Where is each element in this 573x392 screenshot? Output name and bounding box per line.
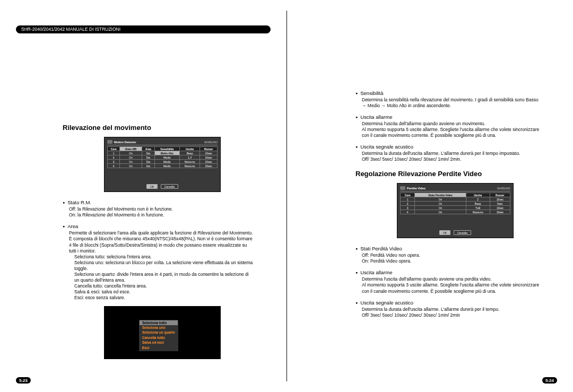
menu-item[interactable]: Esci bbox=[140, 345, 178, 350]
left-content: Rilevazione del movimento Motion Detecto… bbox=[0, 33, 286, 359]
bullet-description: Determina la durata dell'uscita allarme.… bbox=[355, 151, 540, 162]
table-cell: 1,4 bbox=[179, 155, 199, 160]
table-cell: Beep bbox=[466, 202, 490, 206]
table-cell: 10sec bbox=[200, 164, 218, 168]
table-cell: 10sec bbox=[490, 197, 510, 202]
table-cell: On bbox=[120, 155, 142, 160]
table-cell: 5sec bbox=[490, 202, 510, 206]
table-row: 4OnNessuno10sec bbox=[401, 210, 510, 214]
left-page: SHR-2040/2041/2042 MANUALE DI ISTRUZIONI… bbox=[0, 0, 286, 392]
table-cell: 1 bbox=[108, 151, 120, 155]
bullet-description: Determina l'uscita dell'allarme quando a… bbox=[355, 121, 540, 138]
samsung-logo: SAMSUNG bbox=[497, 187, 510, 190]
table-cell: 10sec bbox=[200, 151, 218, 155]
table-cell: 3 bbox=[108, 160, 120, 164]
table-header: Cam bbox=[108, 147, 120, 151]
menu-item[interactable]: Seleziona tutto bbox=[140, 320, 178, 325]
table-cell: Set bbox=[142, 160, 154, 164]
table-cell: Nessuno bbox=[179, 160, 199, 164]
table-header: Stato MD bbox=[120, 147, 142, 151]
bullet-description: Determina la durata dell'uscita allarme.… bbox=[355, 307, 540, 318]
table-cell: Beep bbox=[179, 151, 199, 155]
table-cell: On bbox=[120, 164, 142, 168]
list-item: AreaPermette di selezionare l'area alla … bbox=[63, 223, 254, 301]
table-cell: On bbox=[415, 202, 466, 206]
manual-page-spread: SHR-2040/2041/2042 MANUALE DI ISTRUZIONI… bbox=[0, 0, 573, 392]
area-selection-panel: Seleziona tuttoSeleziona unoSeleziona un… bbox=[104, 306, 221, 359]
bullet-description: Determina l'uscita dell'allarme quando a… bbox=[355, 276, 540, 294]
menu-item[interactable]: Salva ed esci bbox=[140, 341, 178, 345]
list-item: Stati Perdità VideoOff: Perdità Video no… bbox=[355, 246, 540, 264]
table-cell: Molto Alto bbox=[154, 151, 179, 155]
table-row: 2OnSetMedio1,410sec bbox=[108, 155, 218, 160]
table-cell: 2 bbox=[108, 155, 120, 160]
bullet-label: Uscita allarme bbox=[355, 114, 540, 120]
bullet-subline: Seleziona un quarto: divide l'intera are… bbox=[63, 272, 254, 283]
header-banner: SHR-2040/2041/2042 MANUALE DI ISTRUZIONI bbox=[16, 25, 271, 33]
table-header: Cam bbox=[401, 193, 415, 197]
bullet-description: Off: la Rilevazione del Movimento non è … bbox=[63, 206, 254, 218]
cancel-button[interactable]: Cancella bbox=[454, 230, 471, 235]
table-cell: Set bbox=[142, 151, 154, 155]
table-row: 1On210sec bbox=[401, 197, 510, 202]
page-number-left: 5-23 bbox=[16, 377, 31, 384]
menu-item[interactable]: Seleziona un quarto bbox=[140, 330, 178, 335]
bullet-description: Permette di selezionare l'area alla qual… bbox=[63, 230, 254, 254]
cancel-button[interactable]: Cancella bbox=[161, 184, 178, 189]
panel-title: Perdita Video bbox=[407, 187, 426, 190]
table-header: Uscita bbox=[466, 193, 490, 197]
list-item: Uscita segnale acusticoDetermina la dura… bbox=[355, 300, 540, 318]
sensitivity-bullet-list: SensibilitàDetermina la sensibilità nell… bbox=[355, 90, 540, 162]
table-cell: On bbox=[120, 160, 142, 164]
video-loss-panel: Perdita Video SAMSUNG CamStato Perdita V… bbox=[397, 183, 514, 238]
table-cell: 2 bbox=[466, 197, 490, 202]
motion-detector-table: CamStato MDAreaSensibilitàUscitaBuzzer1O… bbox=[107, 146, 218, 168]
table-cell: Tutti bbox=[466, 206, 490, 210]
table-row: 4OnSetMedioNessuno10sec bbox=[108, 164, 218, 168]
video-loss-table: CamStato Perdita VideoUscitaBuzzer1On210… bbox=[400, 193, 510, 214]
table-cell: 4 bbox=[108, 164, 120, 168]
table-header: Sensibilità bbox=[154, 147, 179, 151]
table-header: Stato Perdita Video bbox=[415, 193, 466, 197]
page-number-right: 5-24 bbox=[542, 377, 557, 384]
bullet-subline: Cancella tutto: cancella l'intera area. bbox=[63, 283, 254, 289]
table-header: Buzzer bbox=[200, 147, 218, 151]
table-cell: 1 bbox=[401, 197, 415, 202]
table-cell: 13sec bbox=[490, 206, 510, 210]
table-cell: On bbox=[120, 151, 142, 155]
video-loss-bullet-list: Stati Perdità VideoOff: Perdità Video no… bbox=[355, 246, 540, 318]
motion-detector-panel: Motion Detector SAMSUNG CamStato MDAreaS… bbox=[104, 137, 221, 192]
camera-icon bbox=[107, 140, 112, 144]
menu-item[interactable]: Seleziona uno bbox=[140, 325, 178, 330]
list-item: SensibilitàDetermina la sensibilità nell… bbox=[355, 90, 540, 109]
right-page: SensibilitàDetermina la sensibilità nell… bbox=[286, 0, 573, 392]
list-item: Uscita segnale acusticoDetermina la dura… bbox=[355, 144, 540, 162]
table-cell: 2 bbox=[401, 202, 415, 206]
table-cell: 3 bbox=[401, 206, 415, 210]
table-cell: Nessuno bbox=[466, 210, 490, 214]
samsung-logo: SAMSUNG bbox=[204, 141, 218, 144]
bullet-label: Area bbox=[63, 223, 254, 229]
table-cell: On bbox=[415, 197, 466, 202]
table-header: Uscita bbox=[179, 147, 199, 151]
table-cell: 10sec bbox=[490, 210, 510, 214]
bullet-description: Determina la sensibilità nella rilevazio… bbox=[355, 97, 540, 109]
table-cell: 4 bbox=[401, 210, 415, 214]
ok-button[interactable]: OK bbox=[439, 230, 450, 235]
table-cell: Nessuno bbox=[179, 164, 199, 168]
bullet-label: Stati Perdità Video bbox=[355, 246, 540, 251]
panel-title: Motion Detector bbox=[114, 141, 136, 144]
table-cell: Set bbox=[142, 155, 154, 160]
table-cell: Set bbox=[142, 164, 154, 168]
list-item: Uscita allarmeDetermina l'uscita dell'al… bbox=[355, 269, 540, 294]
motion-bullet-list: Stato R.M.Off: la Rilevazione del Movime… bbox=[63, 199, 254, 301]
bullet-description: Off: Perdità Video non opera.On: Perdità… bbox=[355, 252, 540, 264]
table-row: 3OnTutti13sec bbox=[401, 206, 510, 210]
ok-button[interactable]: OK bbox=[146, 184, 158, 189]
bullet-subline: Seleziona tutto: seleziona l'intera area… bbox=[63, 254, 254, 260]
table-header: Area bbox=[142, 147, 154, 151]
bullet-subline: Esci: esce senza salvare. bbox=[63, 295, 254, 301]
bullet-label: Uscita allarme bbox=[355, 269, 540, 275]
list-item: Uscita allarmeDetermina l'uscita dell'al… bbox=[355, 114, 540, 138]
menu-item[interactable]: Cancella tutto bbox=[140, 335, 178, 340]
